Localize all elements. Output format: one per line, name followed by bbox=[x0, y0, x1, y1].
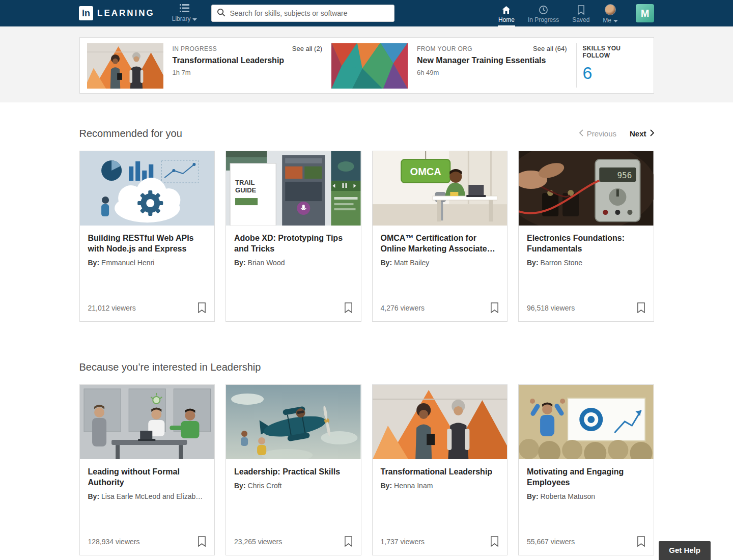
viewer-count: 23,265 viewers bbox=[234, 538, 282, 546]
library-icon bbox=[180, 4, 189, 14]
course-title[interactable]: Transformational Leadership bbox=[381, 467, 499, 478]
see-all-org-link[interactable]: See all (64) bbox=[533, 45, 567, 52]
section-title-leadership: Because you’re interested in Leadership bbox=[79, 361, 261, 373]
nav-item-in-progress[interactable]: In Progress bbox=[521, 0, 566, 26]
carousel-pager: Previous Next bbox=[579, 129, 654, 138]
viewer-count: 21,012 viewers bbox=[88, 304, 136, 312]
viewer-count: 96,518 viewers bbox=[527, 304, 575, 312]
course-title[interactable]: Building RESTful Web APIs with Node.js a… bbox=[88, 233, 207, 255]
skills-you-follow: SKILLS YOU FOLLOW 6 bbox=[576, 43, 654, 88]
course-duration: 1h 7m bbox=[173, 69, 191, 76]
from-your-org-label: FROM YOUR ORG bbox=[417, 45, 472, 52]
top-nav: in LEARNING Library Home bbox=[0, 0, 733, 26]
previous-button[interactable]: Previous bbox=[579, 129, 616, 138]
see-all-in-progress-link[interactable]: See all (2) bbox=[292, 45, 322, 52]
section-title-recommended: Recommended for you bbox=[79, 128, 182, 139]
course-duration: 6h 49m bbox=[417, 69, 439, 76]
svg-text:956: 956 bbox=[617, 171, 632, 180]
skills-you-follow-label: SKILLS YOU FOLLOW bbox=[583, 45, 646, 59]
org-logo-avatar[interactable]: M bbox=[636, 4, 654, 22]
course-author: By:Barron Stone bbox=[527, 259, 645, 267]
course-thumbnail bbox=[226, 385, 361, 459]
nav-items: Home In Progress Saved Me bbox=[492, 0, 625, 26]
org-course-thumbnail[interactable] bbox=[331, 43, 408, 89]
bookmark-button[interactable] bbox=[343, 535, 354, 548]
get-help-button[interactable]: Get Help bbox=[659, 541, 711, 560]
svg-text:OMCA: OMCA bbox=[410, 166, 441, 177]
brand-text: LEARNING bbox=[97, 8, 155, 18]
svg-text:GUIDE: GUIDE bbox=[235, 186, 257, 194]
course-card[interactable]: OMCA OMCA™ Certification for Online Mark… bbox=[372, 151, 508, 322]
course-thumbnail bbox=[80, 151, 215, 226]
nav-label: In Progress bbox=[528, 16, 559, 23]
viewer-count: 1,737 viewers bbox=[381, 538, 425, 546]
course-thumbnail bbox=[80, 385, 215, 459]
search-bar bbox=[211, 5, 394, 22]
course-author: By:Henna Inam bbox=[381, 482, 499, 490]
course-card[interactable]: Leadership: Practical Skills By:Chris Cr… bbox=[225, 384, 361, 555]
course-title[interactable]: Adobe XD: Prototyping Tips and Tricks bbox=[234, 233, 353, 255]
org-course-title[interactable]: New Manager Training Essentials bbox=[417, 56, 567, 65]
course-thumbnail bbox=[373, 385, 508, 459]
library-label: Library bbox=[172, 15, 191, 22]
course-card[interactable]: 956 Electronics Foundations: Fundamental… bbox=[518, 151, 654, 322]
course-card[interactable]: Building RESTful Web APIs with Node.js a… bbox=[79, 151, 215, 322]
course-thumbnail: TRAIL GUIDE bbox=[226, 151, 361, 226]
chevron-right-icon bbox=[650, 129, 654, 138]
course-card[interactable]: Leading without Formal Authority By:Lisa… bbox=[79, 384, 215, 555]
course-title[interactable]: OMCA™ Certification for Online Marketing… bbox=[381, 233, 499, 255]
linkedin-learning-logo[interactable]: in LEARNING bbox=[79, 6, 155, 20]
bookmark-icon bbox=[577, 5, 585, 15]
home-icon bbox=[501, 5, 511, 15]
course-card[interactable]: Transformational Leadership By:Henna Ina… bbox=[372, 384, 508, 555]
search-input[interactable] bbox=[230, 9, 389, 17]
nav-item-me[interactable]: Me bbox=[596, 0, 625, 26]
bookmark-button[interactable] bbox=[489, 535, 500, 548]
viewer-count: 55,667 viewers bbox=[527, 538, 575, 546]
course-title[interactable]: Electronics Foundations: Fundamentals bbox=[527, 233, 645, 255]
in-progress-section: IN PROGRESS See all (2) Transformational… bbox=[87, 43, 332, 88]
course-author: By:Matt Bailey bbox=[381, 259, 499, 267]
clock-icon bbox=[539, 5, 548, 15]
skills-count[interactable]: 6 bbox=[583, 63, 646, 83]
continue-learning-card: IN PROGRESS See all (2) Transformational… bbox=[79, 37, 654, 94]
bookmark-button[interactable] bbox=[636, 535, 646, 548]
me-avatar bbox=[605, 4, 616, 15]
course-author: By:Brian Wood bbox=[234, 259, 353, 267]
recommended-card-row: Building RESTful Web APIs with Node.js a… bbox=[79, 151, 654, 322]
bookmark-button[interactable] bbox=[489, 301, 500, 314]
course-author: By:Emmanuel Henri bbox=[88, 259, 207, 267]
from-your-org-section: FROM YOUR ORG See all (64) New Manager T… bbox=[331, 43, 576, 88]
bookmark-button[interactable] bbox=[196, 535, 207, 548]
leadership-card-row: Leading without Formal Authority By:Lisa… bbox=[79, 384, 654, 555]
course-card[interactable]: TRAIL GUIDE bbox=[225, 151, 361, 322]
next-button[interactable]: Next bbox=[630, 129, 654, 138]
viewer-count: 128,934 viewers bbox=[88, 538, 140, 546]
bookmark-button[interactable] bbox=[343, 301, 354, 314]
course-author: By:Lisa Earle McLeod and Elizab… bbox=[88, 492, 207, 500]
chevron-down-icon bbox=[192, 15, 197, 22]
library-menu[interactable]: Library bbox=[172, 4, 198, 22]
course-author: By:Roberta Matuson bbox=[527, 492, 645, 500]
course-thumbnail: OMCA bbox=[373, 151, 508, 226]
course-thumbnail bbox=[519, 385, 654, 459]
chevron-down-icon bbox=[613, 17, 618, 24]
course-title[interactable]: Leadership: Practical Skills bbox=[234, 467, 353, 478]
course-thumbnail: 956 bbox=[519, 151, 654, 226]
course-title[interactable]: Motivating and Engaging Employees bbox=[527, 467, 645, 488]
continue-learning-strip: IN PROGRESS See all (2) Transformational… bbox=[0, 26, 733, 102]
course-card[interactable]: Motivating and Engaging Employees By:Rob… bbox=[518, 384, 654, 555]
chevron-left-icon bbox=[579, 129, 583, 138]
in-progress-course-thumbnail[interactable] bbox=[87, 43, 163, 89]
main-content: Recommended for you Previous Next bbox=[79, 128, 654, 560]
viewer-count: 4,276 viewers bbox=[381, 304, 425, 312]
nav-label: Home bbox=[498, 16, 515, 23]
nav-label: Me bbox=[603, 17, 611, 24]
course-title[interactable]: Leading without Formal Authority bbox=[88, 467, 207, 488]
linkedin-logo-icon: in bbox=[79, 6, 93, 20]
bookmark-button[interactable] bbox=[636, 301, 646, 314]
nav-item-home[interactable]: Home bbox=[492, 0, 521, 26]
in-progress-course-title[interactable]: Transformational Leadership bbox=[173, 56, 323, 65]
bookmark-button[interactable] bbox=[196, 301, 207, 314]
nav-item-saved[interactable]: Saved bbox=[566, 0, 596, 26]
